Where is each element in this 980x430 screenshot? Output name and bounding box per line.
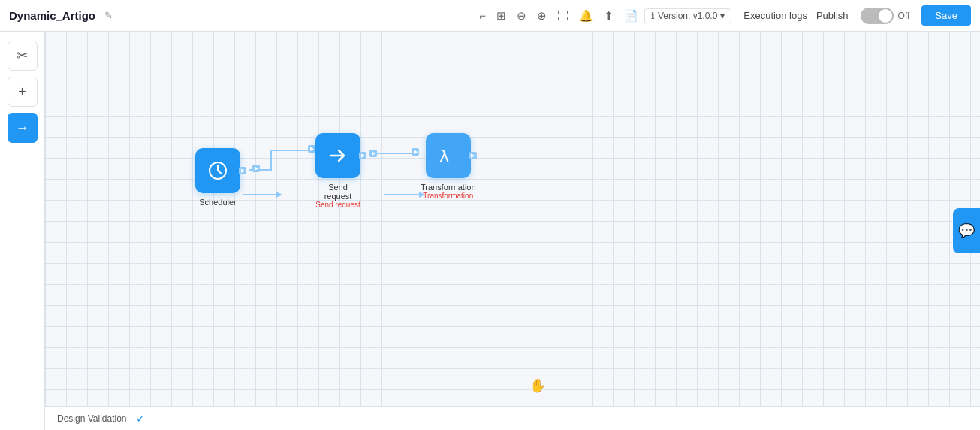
transformation-node[interactable]: λ ▶ Transformation Transformation (421, 133, 476, 200)
publish-button[interactable]: Publish (816, 10, 849, 21)
workflow-title: Dynamic_Artigo (9, 9, 95, 22)
left-sidebar: ✂ + → (0, 32, 45, 430)
line-v-1 (270, 150, 272, 169)
doc-icon[interactable]: 📄 (624, 9, 638, 23)
scheduler-out-connector[interactable]: ▶ (239, 167, 246, 174)
toggle-label: Off (898, 11, 910, 21)
version-label: Version: v1.0.0 (658, 11, 717, 21)
save-button[interactable]: Save (921, 5, 971, 26)
svg-line-6 (218, 171, 222, 174)
cursor: ✋ (529, 377, 544, 392)
toggle-wrap: Off (861, 8, 910, 24)
scheduler-box[interactable]: ▶ (195, 148, 240, 193)
validation-check-icon: ✓ (136, 413, 145, 425)
add-tool-button[interactable]: + (8, 77, 38, 107)
send-request-label: Send request (315, 183, 360, 201)
design-validation-label: Design Validation (57, 413, 127, 424)
topbar: Dynamic_Artigo ✎ ⌐ ⊞ ⊖ ⊕ ⛶ 🔔 ⬆ 📄 ℹ Versi… (0, 0, 980, 32)
toolbar-icons: ⌐ ⊞ ⊖ ⊕ ⛶ 🔔 ⬆ 📄 (479, 9, 638, 23)
transformation-box[interactable]: λ ▶ (426, 133, 471, 178)
version-chevron: ▾ (720, 11, 725, 21)
scheduler-node[interactable]: ▶ Scheduler (195, 148, 240, 207)
connector-1: ▶ (252, 165, 260, 172)
line-2 (270, 150, 312, 151)
cut-tool-button[interactable]: ✂ (8, 41, 38, 71)
transformation-sublabel: Transformation (423, 192, 473, 200)
line-3 (375, 153, 413, 154)
zoom-out-icon[interactable]: ⊖ (517, 9, 526, 23)
version-badge[interactable]: ℹ Version: v1.0.0 ▾ (644, 8, 731, 23)
main-area: ✂ + → (0, 32, 980, 430)
send-request-out-connector[interactable]: ▶ (359, 152, 366, 159)
scheduler-label: Scheduler (199, 198, 237, 207)
info-icon: ℹ (651, 11, 655, 21)
execution-logs-button[interactable]: Execution logs (743, 10, 807, 21)
send-request-box[interactable]: ▶ (315, 133, 360, 178)
chat-icon: 💬 (958, 223, 975, 239)
send-request-sublabel: Send request (315, 201, 360, 209)
transformation-out-connector[interactable]: ▶ (469, 152, 477, 159)
arrow-tool-button[interactable]: → (8, 113, 38, 143)
zoom-in-icon[interactable]: ⊕ (537, 9, 547, 23)
send-request-node[interactable]: ▶ Send request Send request (315, 133, 360, 209)
connector-4: ▶ (412, 148, 419, 156)
chat-button[interactable]: 💬 (953, 208, 980, 253)
connector-2: ▶ (308, 145, 315, 153)
route-icon[interactable]: ⌐ (479, 9, 486, 22)
toggle-thumb (879, 9, 892, 23)
svg-text:λ: λ (439, 147, 449, 165)
upload-icon[interactable]: ⬆ (604, 9, 614, 23)
bottombar: Design Validation ✓ (45, 406, 980, 430)
edit-title-icon[interactable]: ✎ (104, 10, 113, 21)
connections-svg (45, 32, 980, 430)
grid-icon[interactable]: ⊞ (496, 9, 506, 23)
workflow-canvas[interactable]: ▶ Scheduler ▶ ▶ (45, 32, 980, 430)
delete-icon[interactable]: ⛶ (557, 9, 568, 22)
svg-marker-1 (276, 192, 282, 198)
transformation-label: Transformation (421, 183, 476, 192)
active-toggle[interactable] (861, 8, 894, 24)
bell-icon[interactable]: 🔔 (579, 9, 593, 23)
